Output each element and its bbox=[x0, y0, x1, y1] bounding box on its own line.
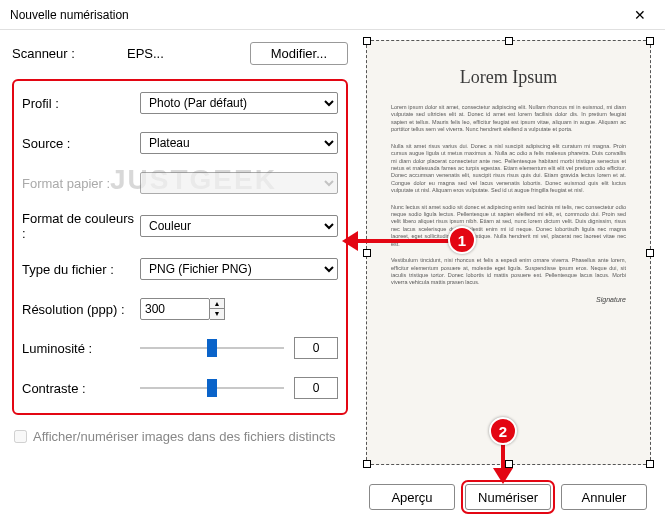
profile-label: Profil : bbox=[22, 96, 140, 111]
change-scanner-button[interactable]: Modifier... bbox=[250, 42, 348, 65]
crop-handle[interactable] bbox=[363, 460, 371, 468]
preview-button[interactable]: Aperçu bbox=[369, 484, 455, 510]
contrast-slider[interactable] bbox=[140, 378, 284, 398]
scanner-label: Scanneur : bbox=[12, 46, 127, 61]
scanner-value: EPS... bbox=[127, 46, 250, 61]
filetype-select[interactable]: PNG (Fichier PNG) bbox=[140, 258, 338, 280]
crop-handle[interactable] bbox=[646, 249, 654, 257]
filetype-field: Type du fichier : PNG (Fichier PNG) bbox=[22, 257, 338, 281]
preview-paragraph: Lorem ipsum dolor sit amet, consectetur … bbox=[391, 104, 626, 134]
paper-field: Format papier : bbox=[22, 171, 338, 195]
brightness-field: Luminosité : 0 bbox=[22, 337, 338, 359]
close-icon[interactable]: ✕ bbox=[625, 7, 655, 23]
profile-field: Profil : Photo (Par défaut) bbox=[22, 91, 338, 115]
preview-area[interactable]: Lorem Ipsum Lorem ipsum dolor sit amet, … bbox=[366, 40, 651, 465]
paper-label: Format papier : bbox=[22, 176, 140, 191]
source-field: Source : Plateau bbox=[22, 131, 338, 155]
separate-files-checkbox bbox=[14, 430, 27, 443]
cancel-button[interactable]: Annuler bbox=[561, 484, 647, 510]
preview-title: Lorem Ipsum bbox=[391, 67, 626, 88]
paper-select bbox=[140, 172, 338, 194]
brightness-label: Luminosité : bbox=[22, 341, 140, 356]
crop-handle[interactable] bbox=[363, 37, 371, 45]
titlebar: Nouvelle numérisation ✕ bbox=[0, 0, 665, 30]
resolution-field: Résolution (ppp) : ▲ ▼ bbox=[22, 297, 338, 321]
preview-signature: Signature bbox=[391, 296, 626, 303]
preview-paragraph: Vestibulum tincidunt, nisi rhoncus et fe… bbox=[391, 257, 626, 287]
chevron-up-icon[interactable]: ▲ bbox=[210, 299, 224, 309]
source-label: Source : bbox=[22, 136, 140, 151]
chevron-down-icon[interactable]: ▼ bbox=[210, 309, 224, 319]
separate-files-label: Afficher/numériser images dans des fichi… bbox=[33, 429, 336, 444]
settings-highlight-box: Profil : Photo (Par défaut) Source : Pla… bbox=[12, 79, 348, 415]
separate-files-row: Afficher/numériser images dans des fichi… bbox=[12, 429, 348, 444]
resolution-stepper[interactable]: ▲ ▼ bbox=[210, 298, 225, 320]
source-select[interactable]: Plateau bbox=[140, 132, 338, 154]
resolution-input[interactable] bbox=[140, 298, 210, 320]
scan-button[interactable]: Numériser bbox=[465, 484, 551, 510]
color-field: Format de couleurs : Couleur bbox=[22, 211, 338, 241]
preview-panel: Lorem Ipsum Lorem ipsum dolor sit amet, … bbox=[360, 30, 665, 475]
contrast-field: Contraste : 0 bbox=[22, 377, 338, 399]
brightness-slider[interactable] bbox=[140, 338, 284, 358]
contrast-value: 0 bbox=[294, 377, 338, 399]
window-title: Nouvelle numérisation bbox=[10, 8, 625, 22]
annotation-badge-1: 1 bbox=[448, 226, 476, 254]
crop-handle[interactable] bbox=[646, 460, 654, 468]
annotation-badge-2: 2 bbox=[489, 417, 517, 445]
brightness-value: 0 bbox=[294, 337, 338, 359]
crop-handle[interactable] bbox=[505, 37, 513, 45]
filetype-label: Type du fichier : bbox=[22, 262, 140, 277]
footer-buttons: Aperçu Numériser Annuler bbox=[0, 475, 665, 519]
crop-handle[interactable] bbox=[505, 460, 513, 468]
resolution-label: Résolution (ppp) : bbox=[22, 302, 140, 317]
annotation-arrowhead bbox=[493, 468, 513, 484]
annotation-arrowhead bbox=[342, 231, 358, 251]
content-area: Scanneur : EPS... Modifier... JUSTGEEK P… bbox=[0, 30, 665, 475]
color-label: Format de couleurs : bbox=[22, 211, 140, 241]
scanner-row: Scanneur : EPS... Modifier... bbox=[12, 42, 348, 65]
settings-panel: Scanneur : EPS... Modifier... JUSTGEEK P… bbox=[0, 30, 360, 475]
color-select[interactable]: Couleur bbox=[140, 215, 338, 237]
contrast-label: Contraste : bbox=[22, 381, 140, 396]
crop-handle[interactable] bbox=[646, 37, 654, 45]
profile-select[interactable]: Photo (Par défaut) bbox=[140, 92, 338, 114]
preview-paragraph: Nulla sit amet risus varius dui. Donec a… bbox=[391, 143, 626, 195]
crop-handle[interactable] bbox=[363, 249, 371, 257]
annotation-arrow bbox=[346, 239, 450, 243]
